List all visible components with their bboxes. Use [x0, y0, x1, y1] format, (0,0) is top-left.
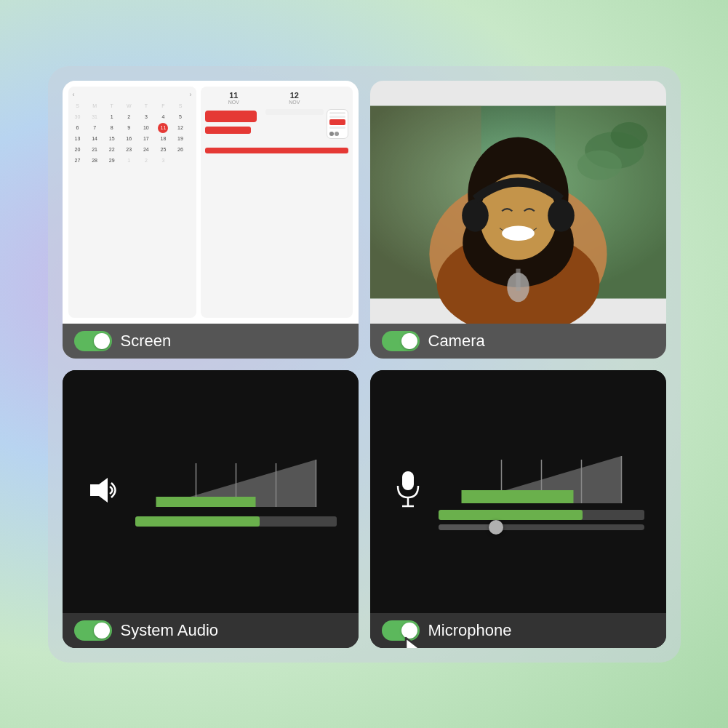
- svg-point-5: [577, 150, 621, 180]
- cal-cell: W: [124, 101, 134, 111]
- day-12-events: [265, 109, 323, 139]
- camera-photo: [370, 81, 666, 324]
- screen-card-footer: Screen: [63, 324, 359, 359]
- mic-slider-container: [439, 510, 644, 530]
- cal-cell: 29: [107, 156, 117, 166]
- cal-cell: 7: [89, 123, 100, 133]
- outer-background: ‹ › S M T W T F S: [0, 0, 728, 728]
- screen-toggle-knob: [94, 333, 110, 349]
- mic-chart: [439, 452, 644, 530]
- day-11-col: 11 NOV: [205, 91, 263, 105]
- microphone-icon: [392, 470, 424, 513]
- mic-level-track: [439, 510, 644, 520]
- svg-marker-35: [406, 638, 434, 648]
- mic-slider-knob[interactable]: [489, 520, 503, 535]
- microphone-preview: [370, 370, 666, 613]
- cal-cell: M: [89, 101, 100, 111]
- cal-cell: 5: [175, 112, 185, 122]
- event-gap: [205, 124, 263, 127]
- day-11-number: 11: [205, 91, 263, 100]
- cal-cell: 1: [107, 112, 117, 122]
- cal-cell: 19: [175, 134, 185, 144]
- cal-cell: 4: [158, 112, 168, 122]
- screen-toggle[interactable]: [74, 331, 112, 351]
- cal-cell: 23: [124, 145, 134, 155]
- calendar-prev: ‹: [73, 91, 75, 98]
- event-placeholder: [265, 109, 323, 115]
- cal-cell: [175, 156, 185, 166]
- cal-cell: 15: [107, 134, 117, 144]
- svg-rect-26: [402, 471, 414, 490]
- system-audio-toggle[interactable]: [74, 620, 112, 641]
- mic-slider-fill: [439, 524, 496, 530]
- cal-cell: S: [73, 101, 83, 111]
- speaker-icon: [84, 472, 121, 511]
- cal-cell: 8: [107, 123, 117, 133]
- screen-label: Screen: [121, 332, 172, 351]
- camera-card: Camera: [370, 81, 666, 359]
- cal-cell: 13: [73, 134, 83, 144]
- cal-cell-today: 11: [158, 123, 168, 133]
- cal-cell: 16: [124, 134, 134, 144]
- screen-card: ‹ › S M T W T F S: [63, 81, 359, 359]
- day-12-col: 12 NOV: [265, 91, 323, 105]
- mic-viz: [370, 370, 666, 613]
- mic-slider-track: [439, 524, 644, 530]
- svg-point-6: [610, 122, 647, 149]
- cal-cell: 3: [141, 112, 151, 122]
- svg-marker-19: [90, 478, 108, 503]
- cal-cell: 10: [141, 123, 151, 133]
- camera-card-footer: Camera: [370, 324, 666, 359]
- cal-cell: 6: [73, 123, 83, 133]
- cal-cell: 17: [141, 134, 151, 144]
- camera-toggle-knob: [401, 333, 417, 349]
- cal-cell: 27: [73, 156, 83, 166]
- cal-cell: 25: [158, 145, 168, 155]
- microphone-card: Microphone: [370, 370, 666, 648]
- waveform-svg: [135, 456, 337, 511]
- cal-cell: 21: [89, 145, 100, 155]
- main-container: ‹ › S M T W T F S: [48, 66, 681, 663]
- cursor-svg: [402, 634, 442, 648]
- phone-avatars: [329, 132, 345, 136]
- cal-cell: T: [141, 101, 151, 111]
- day-events-row: [205, 109, 348, 139]
- cal-cell: 18: [158, 134, 168, 144]
- system-audio-card: System Audio: [63, 370, 359, 648]
- event-bar-2: [205, 127, 252, 134]
- cal-cell: F: [158, 101, 168, 111]
- phone-bar: [329, 127, 345, 129]
- audio-viz: [63, 370, 359, 613]
- svg-point-15: [462, 199, 489, 231]
- cal-cell: 2: [141, 156, 151, 166]
- day-12-label: NOV: [265, 100, 323, 105]
- event-bar-1: [205, 111, 257, 122]
- mic-waveform-svg: [439, 452, 644, 507]
- camera-label: Camera: [428, 332, 485, 351]
- cal-cell: 30: [73, 112, 83, 122]
- cal-cell: 24: [141, 145, 151, 155]
- calendar-next: ›: [190, 91, 192, 98]
- cal-cell: 22: [107, 145, 117, 155]
- phone-event: [329, 119, 345, 125]
- svg-point-16: [548, 199, 575, 231]
- system-audio-label: System Audio: [121, 621, 219, 640]
- calendar-grid: S M T W T F S 30 31 1 2 3: [73, 101, 192, 166]
- svg-rect-34: [461, 490, 573, 503]
- calendar-mockup: ‹ › S M T W T F S: [63, 81, 359, 324]
- mic-level-fill: [439, 510, 583, 520]
- microphone-footer: Microphone: [370, 613, 666, 648]
- svg-rect-18: [516, 268, 520, 291]
- cal-cell: 14: [89, 134, 100, 144]
- screen-preview: ‹ › S M T W T F S: [63, 81, 359, 324]
- svg-rect-25: [156, 497, 255, 507]
- phone-bar: [329, 112, 345, 114]
- volume-chart: [135, 456, 337, 527]
- phone-bar: [329, 116, 345, 118]
- cal-cell: T: [107, 101, 117, 111]
- cal-cell: S: [175, 101, 185, 111]
- cal-cell: 12: [175, 123, 185, 133]
- calendar-nav: ‹ ›: [73, 91, 192, 98]
- camera-toggle[interactable]: [382, 331, 420, 351]
- system-audio-toggle-knob: [94, 623, 110, 639]
